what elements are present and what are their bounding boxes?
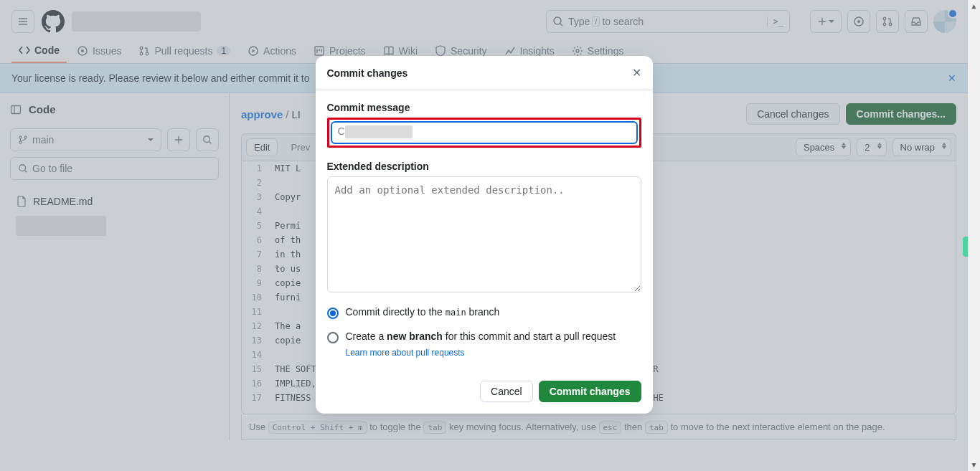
dialog-commit-button[interactable]: Commit changes	[539, 381, 641, 402]
create-branch-radio-row[interactable]: Create a new branch for this commit and …	[327, 330, 641, 343]
extended-description-input[interactable]	[327, 176, 641, 292]
commit-to-main-label: Commit directly to the main branch	[346, 306, 500, 318]
radio-empty-icon	[327, 332, 339, 343]
learn-more-link[interactable]: Learn more about pull requests	[346, 348, 641, 358]
commit-message-input[interactable]: C	[331, 121, 638, 144]
dialog-close-button[interactable]: ✕	[632, 66, 641, 80]
create-branch-label: Create a new branch for this commit and …	[346, 330, 616, 342]
extended-desc-label: Extended description	[327, 161, 641, 172]
scroll-up-arrow[interactable]: ▲	[968, 0, 980, 12]
radio-checked-icon	[327, 308, 339, 319]
dialog-title: Commit changes	[327, 67, 408, 79]
highlight-box: C	[327, 118, 641, 148]
commit-to-main-radio-row[interactable]: Commit directly to the main branch	[327, 306, 641, 319]
commit-changes-dialog: Commit changes ✕ Commit message C Extend…	[316, 56, 653, 414]
dialog-cancel-button[interactable]: Cancel	[480, 381, 533, 402]
scroll-down-arrow[interactable]: ▼	[968, 459, 980, 471]
commit-message-label: Commit message	[327, 102, 641, 113]
page-scrollbar[interactable]: ▲ ▼	[968, 0, 980, 471]
scroll-handle[interactable]	[963, 237, 968, 257]
